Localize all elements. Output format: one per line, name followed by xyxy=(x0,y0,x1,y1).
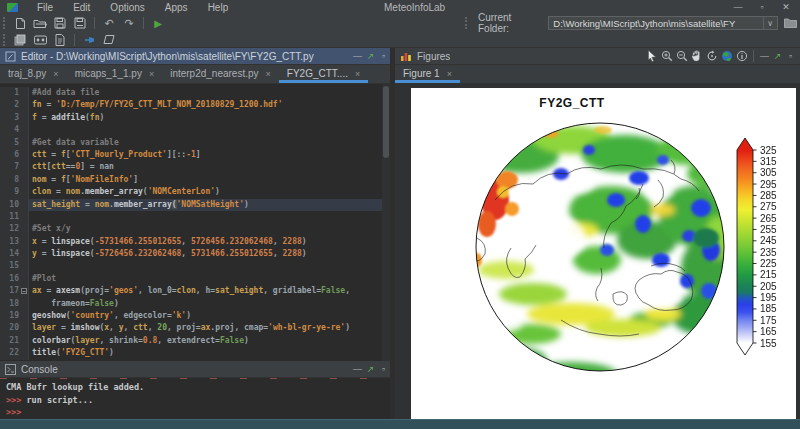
editor-tab-label: micaps_1_1.py xyxy=(75,68,142,79)
toolbar-separator xyxy=(74,34,75,46)
current-folder-label: Current Folder: xyxy=(478,12,543,34)
tab-close-icon[interactable]: × xyxy=(355,69,360,79)
toolbar-grip[interactable] xyxy=(3,34,6,46)
zoom-in-tool-icon[interactable] xyxy=(659,49,674,64)
figure-tab[interactable]: Figure 1× xyxy=(395,64,460,83)
colorbar-tick-label: 325 xyxy=(760,145,777,156)
current-folder-bar: Current Folder: D:\Working\MIScript\Jyth… xyxy=(462,14,800,32)
toolbar-grip[interactable] xyxy=(3,17,6,29)
editor-tab-label: FY2G_CTT.... xyxy=(287,68,348,79)
colorbar-tick-label: 255 xyxy=(760,224,777,235)
code-line: 6ctt = f['CTT_Hourly_Product'][::-1] xyxy=(0,149,382,161)
menu-edit[interactable]: Edit xyxy=(63,2,100,13)
layers-app-icon[interactable] xyxy=(10,32,30,48)
editor-tab[interactable]: traj_8.py× xyxy=(0,64,67,83)
menu-help[interactable]: Help xyxy=(198,2,239,13)
tab-close-icon[interactable]: × xyxy=(149,69,154,79)
code-line: 21colorbar(layer, shrink=0.8, extendrect… xyxy=(0,335,382,347)
status-bar xyxy=(0,419,800,429)
code-editor[interactable]: 1#Add data file2fn = 'D:/Temp/FY/FY2G_CT… xyxy=(0,84,390,361)
window-close-button[interactable]: ✕ xyxy=(774,2,798,12)
code-line: 3f = addfile(fn) xyxy=(0,112,382,124)
fold-marker-icon[interactable]: – xyxy=(21,288,27,294)
code-line: 22title('FY2G_CTT') xyxy=(0,347,382,359)
menu-apps[interactable]: Apps xyxy=(155,2,198,13)
console-minimize-icon[interactable]: — xyxy=(351,364,364,374)
line-number: 8 xyxy=(0,174,21,186)
colorbar-tick-label: 195 xyxy=(760,292,777,303)
redo-button[interactable]: ↷ xyxy=(119,15,139,31)
workspace: Editor - D:\Working\MIScript\Jython\mis\… xyxy=(0,48,800,419)
zoom-out-tool-icon[interactable] xyxy=(674,49,689,64)
current-folder-combobox[interactable]: D:\Working\MIScript\Jython\mis\satellite… xyxy=(548,16,777,30)
figure-canvas[interactable]: FY2G_CTT xyxy=(411,88,796,419)
open-file-button[interactable] xyxy=(30,15,50,31)
editor-float-icon[interactable]: ↗ xyxy=(364,51,377,61)
editor-tab[interactable]: micaps_1_1.py× xyxy=(67,64,163,83)
toolbar-grip[interactable] xyxy=(465,17,468,29)
line-number: 21 xyxy=(0,335,21,347)
line-number: 2 xyxy=(0,99,21,111)
save-button[interactable] xyxy=(50,15,70,31)
save-as-button[interactable] xyxy=(70,15,90,31)
window-maximize-button[interactable]: ▫ xyxy=(750,2,774,12)
browse-folder-button[interactable] xyxy=(781,15,800,31)
editor-tab[interactable]: FY2G_CTT....× xyxy=(279,64,368,83)
run-script-button[interactable]: ▶ xyxy=(148,15,168,31)
info-tool-icon[interactable] xyxy=(734,49,749,64)
line-number: 12 xyxy=(0,223,21,235)
colorbar-tick-label: 225 xyxy=(760,258,777,269)
colorbar-tick-label: 175 xyxy=(760,315,777,326)
line-number: 11 xyxy=(0,211,21,223)
figures-tabbar: Figure 1× xyxy=(395,65,800,84)
editor-console-column: Editor - D:\Working\MIScript\Jython\mis\… xyxy=(0,48,390,419)
colorbar-tick-label: 215 xyxy=(760,269,777,280)
new-file-button[interactable] xyxy=(10,15,30,31)
globe-tool-icon[interactable] xyxy=(719,49,734,64)
line-number: 13 xyxy=(0,236,21,248)
line-number: 7 xyxy=(0,161,21,173)
current-folder-value[interactable]: D:\Working\MIScript\Jython\mis\satellite… xyxy=(549,18,762,29)
line-number: 20 xyxy=(0,322,21,334)
figures-maximize-icon[interactable]: ▫ xyxy=(784,51,797,61)
console-maximize-icon[interactable]: ▫ xyxy=(377,364,390,374)
editor-tab[interactable]: interp2d_nearest.py× xyxy=(162,64,279,83)
code-line: 5#Get data variable xyxy=(0,137,382,149)
figures-float-icon[interactable]: ↗ xyxy=(771,51,784,61)
rotate-tool-icon[interactable] xyxy=(704,49,719,64)
tab-close-icon[interactable]: × xyxy=(447,69,452,79)
pin-tool-icon[interactable] xyxy=(79,32,99,48)
line-number: 18 xyxy=(0,298,21,310)
line-number: 10 xyxy=(0,199,21,211)
console-float-icon[interactable]: ↗ xyxy=(364,364,377,374)
pointer-tool-icon[interactable] xyxy=(644,49,659,64)
code-line: 9clon = nom.member_array('NOMCenterLon') xyxy=(0,186,382,198)
apps-toolbar xyxy=(0,32,800,48)
editor-minimize-icon[interactable]: — xyxy=(351,51,364,61)
console-output[interactable]: CMA Bufr lookup file added.>>> run scrip… xyxy=(0,378,390,420)
editor-scrollbar-thumb[interactable] xyxy=(383,86,389,158)
line-number: 17 xyxy=(0,285,21,297)
undo-button[interactable]: ↶ xyxy=(99,15,119,31)
editor-scrollbar[interactable] xyxy=(382,84,390,361)
chevron-down-icon[interactable]: ∨ xyxy=(763,17,777,29)
editor-panel-icon xyxy=(5,51,16,62)
editor-tab-label: traj_8.py xyxy=(8,68,46,79)
data-viewer-icon[interactable] xyxy=(30,32,50,48)
console-titlebar: Console — ↗ ▫ xyxy=(0,361,390,378)
window-minimize-button[interactable]: — xyxy=(726,2,750,12)
line-number: 16 xyxy=(0,273,21,285)
figures-minimize-icon[interactable]: — xyxy=(758,51,771,61)
colorbar-tick-label: 165 xyxy=(760,326,777,337)
editor-maximize-icon[interactable]: ▫ xyxy=(377,51,390,61)
pan-tool-icon[interactable] xyxy=(689,49,704,64)
menu-options[interactable]: Options xyxy=(100,2,154,13)
script-file-icon[interactable] xyxy=(50,32,70,48)
tab-close-icon[interactable]: × xyxy=(53,69,58,79)
frame-tool-icon[interactable] xyxy=(99,32,119,48)
colorbar-tick-label: 185 xyxy=(760,303,777,314)
colorbar-tick-label: 205 xyxy=(760,281,777,292)
code-line: 8nom = f['NomFileInfo'] xyxy=(0,174,382,186)
tab-close-icon[interactable]: × xyxy=(266,69,271,79)
menu-file[interactable]: File xyxy=(27,2,63,13)
